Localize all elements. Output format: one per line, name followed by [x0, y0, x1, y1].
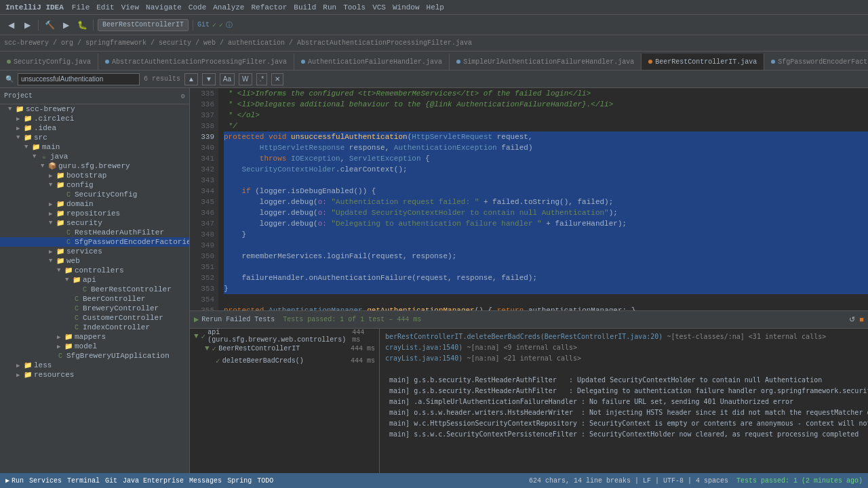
forward-btn[interactable]: ▶ [20, 18, 34, 32]
tree-item-security[interactable]: ▼ 📁 security [0, 218, 189, 228]
tree-item-idea[interactable]: ▶ 📁 .idea [0, 123, 189, 133]
menu-file[interactable]: File [72, 3, 90, 12]
code-content[interactable]: * <li>Informs the configured <tt>Remembe… [218, 88, 868, 310]
search-prev-btn[interactable]: ▲ [184, 73, 198, 85]
tree-item-bootstrap[interactable]: ▶ 📁 bootstrap [0, 171, 189, 180]
tab-label: AuthenticationFailureHandler.java [308, 58, 442, 66]
menu-run[interactable]: Run [323, 3, 336, 12]
code-line-349 [224, 240, 868, 251]
tree-item-model[interactable]: ▶ 📁 model [0, 342, 189, 351]
tree-item-sfg-app[interactable]: ▶ C SfgBreweryUIApplication [0, 351, 189, 361]
tree-item-index-ctrl[interactable]: ▶ C IndexController [0, 323, 189, 332]
menu-help[interactable]: Help [427, 3, 444, 12]
app-name: IntelliJ IDEA [5, 3, 64, 12]
terminal-status-item[interactable]: Terminal [67, 477, 100, 485]
link[interactable]: crayList.java:1540) [385, 344, 462, 351]
tree-item-web[interactable]: ▼ 📁 web [0, 256, 189, 266]
sidebar-settings-icon[interactable]: ⚙ [181, 92, 185, 100]
tree-label: BreweryController [81, 304, 159, 312]
tree-item-guru[interactable]: ▼ 📦 guru.sfg.brewery [0, 161, 189, 171]
menu-refactor[interactable]: Refactor [251, 3, 287, 12]
tree-item-resources[interactable]: ▶ 📁 resources [0, 370, 189, 380]
menu-code[interactable]: Code [189, 3, 206, 12]
tab-beer-rest-controller[interactable]: BeerRestControllerIT.java [642, 54, 764, 70]
menu-analyze[interactable]: Analyze [213, 3, 244, 12]
stop-btn[interactable]: ■ [859, 315, 864, 323]
tree-item-brewery-ctrl[interactable]: ▶ C BreweryController [0, 304, 189, 313]
search-word-btn[interactable]: W [239, 73, 252, 85]
test-tree-api[interactable]: ▼ ✓ api (guru.sfg.brewery.web.controller… [190, 330, 379, 342]
menu-window[interactable]: Window [393, 3, 420, 12]
tree-item-java[interactable]: ▼ ☕ java [0, 152, 189, 161]
menu-view[interactable]: View [121, 3, 139, 12]
test-tree-beer-ctrl[interactable]: ▼ ✓ BeerRestControllerIT 444 ms [190, 342, 379, 354]
tree-item-mappers[interactable]: ▶ 📁 mappers [0, 332, 189, 342]
spring-status-item[interactable]: Spring [227, 477, 252, 485]
git-status-item[interactable]: Git [105, 477, 117, 485]
tab-auth-failure-handler[interactable]: AuthenticationFailureHandler.java [294, 54, 450, 70]
search-match-case-btn[interactable]: Aa [220, 73, 235, 85]
tree-item-api[interactable]: ▼ 📁 api [0, 275, 189, 285]
console-line: main] o.s.s.w.header.writers.HstsHeaderW… [385, 407, 863, 418]
search-close-btn[interactable]: ✕ [271, 73, 283, 85]
tree-item-domain[interactable]: ▶ 📁 domain [0, 199, 189, 209]
debug-btn[interactable]: 🐛 [75, 18, 89, 32]
code-line-348: } [224, 229, 868, 240]
package-icon: 📦 [47, 162, 57, 170]
tree-item-services[interactable]: ▶ 📁 services [0, 247, 189, 256]
tree-item-controllers[interactable]: ▼ 📁 controllers [0, 266, 189, 275]
search-next-btn[interactable]: ▼ [202, 73, 216, 85]
java-enterprise-status-item[interactable]: Java Enterprise [123, 477, 184, 485]
tree-item-src[interactable]: ▼ 📁 src [0, 133, 189, 142]
tab-dot [105, 60, 109, 64]
test-time: 444 ms [351, 357, 375, 365]
line-numbers: 335 336 337 338 339 340 341 342 343 344 … [190, 88, 218, 310]
run-status-item[interactable]: ▶ Run [5, 476, 24, 485]
bottom-panel: ▶ Rerun Failed Tests Tests passed: 1 of … [190, 310, 868, 473]
tree-item-circleci[interactable]: ▶ 📁 .circleci [0, 114, 189, 123]
tree-item-config[interactable]: ▼ 📁 config [0, 180, 189, 190]
link[interactable]: berRestControllerIT.deleteBeerBadCreds(B… [385, 333, 663, 340]
menu-edit[interactable]: Edit [96, 3, 114, 12]
tree-item-scc-brewery[interactable]: ▼ 📁 scc-brewery [0, 104, 189, 114]
tree-item-beer-ctrl[interactable]: ▶ C BeerController [0, 294, 189, 304]
tree-label: BeerRestController [90, 285, 172, 293]
menu-vcs[interactable]: VCS [372, 3, 386, 12]
run-config-label[interactable]: BeerRestControllerIT [98, 19, 189, 31]
run-btn[interactable]: ▶ [59, 18, 73, 32]
tree-item-main[interactable]: ▼ 📁 main [0, 142, 189, 152]
tree-item-sfg-password-encoder[interactable]: ▶ C SfgPasswordEncoderFactories [0, 237, 189, 247]
status-left: ▶ Run Services Terminal Git Java Enterpr… [5, 476, 273, 485]
tree-item-repositories[interactable]: ▶ 📁 repositories [0, 209, 189, 218]
tree-label: services [65, 247, 102, 256]
back-btn[interactable]: ◀ [4, 18, 18, 32]
tree-item-less[interactable]: ▶ 📁 less [0, 361, 189, 370]
search-input[interactable] [18, 73, 140, 85]
code-editor[interactable]: 335 336 337 338 339 340 341 342 343 344 … [190, 88, 868, 310]
folder-icon: 📁 [56, 171, 65, 180]
link[interactable]: crayList.java:1540) [385, 354, 462, 362]
search-regex-btn[interactable]: .* [256, 73, 268, 85]
tab-simple-url[interactable]: SimpleUrlAuthenticationFailureHandler.ja… [450, 54, 642, 70]
todo-status-item[interactable]: TODO [257, 477, 273, 485]
tree-item-customer-ctrl[interactable]: ▶ C CustomerController [0, 313, 189, 323]
test-tree-delete-bad-creds[interactable]: ✓ deleteBeerBadCreds() 444 ms [190, 354, 379, 367]
messages-status-item[interactable]: Messages [189, 477, 222, 485]
terminal-label: Terminal [67, 477, 100, 485]
tab-sfg-password[interactable]: SfgPasswordEncoderFactories.java [764, 54, 868, 70]
tree-label: SfgPasswordEncoderFactories [73, 238, 190, 246]
tree-item-rest-header-auth-filter[interactable]: ▶ C RestHeaderAuthFilter [0, 228, 189, 237]
tab-abstract-filter[interactable]: AbstractAuthenticationProcessingFilter.j… [98, 54, 294, 70]
menu-tools[interactable]: Tools [343, 3, 366, 12]
build-btn[interactable]: 🔨 [43, 18, 56, 32]
tab-security-config[interactable]: SecurityConfig.java [0, 54, 98, 70]
tree-item-beer-rest-ctrl[interactable]: ▶ C BeerRestController [0, 285, 189, 294]
services-status-item[interactable]: Services [29, 477, 62, 485]
rerun-btn[interactable]: ↺ [849, 315, 855, 324]
folder-icon: 📁 [64, 333, 73, 341]
tree-item-security-config[interactable]: ▶ C SecurityConfig [0, 190, 189, 199]
menu-navigate[interactable]: Navigate [146, 3, 182, 12]
folder-icon: 📁 [15, 105, 24, 113]
menu-build[interactable]: Build [294, 3, 316, 12]
tab-dot [301, 60, 305, 64]
